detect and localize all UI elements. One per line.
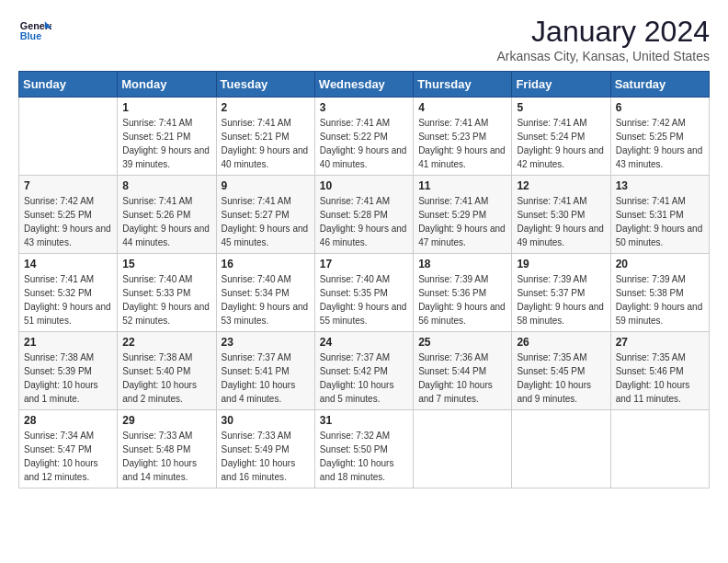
header-friday: Friday — [512, 72, 610, 98]
calendar-week-row: 21Sunrise: 7:38 AMSunset: 5:39 PMDayligh… — [19, 332, 710, 410]
day-info: Sunrise: 7:39 AMSunset: 5:36 PMDaylight:… — [418, 272, 506, 327]
day-number: 8 — [122, 179, 210, 192]
calendar-cell: 2Sunrise: 7:41 AMSunset: 5:21 PMDaylight… — [216, 98, 314, 176]
location: Arkansas City, Kansas, United States — [496, 49, 710, 63]
day-info: Sunrise: 7:39 AMSunset: 5:38 PMDaylight:… — [616, 272, 704, 327]
day-number: 7 — [24, 179, 112, 192]
day-number: 6 — [616, 101, 704, 114]
calendar-cell: 7Sunrise: 7:42 AMSunset: 5:25 PMDaylight… — [19, 176, 118, 254]
calendar-cell: 16Sunrise: 7:40 AMSunset: 5:34 PMDayligh… — [216, 254, 314, 332]
day-number: 30 — [222, 414, 310, 427]
header-sunday: Sunday — [19, 72, 118, 98]
day-info: Sunrise: 7:39 AMSunset: 5:37 PMDaylight:… — [517, 272, 605, 327]
day-info: Sunrise: 7:37 AMSunset: 5:42 PMDaylight:… — [320, 350, 408, 406]
calendar-cell — [512, 410, 610, 488]
day-info: Sunrise: 7:41 AMSunset: 5:22 PMDaylight:… — [320, 116, 408, 171]
page-header: General Blue January 2024 Arkansas City,… — [18, 15, 710, 63]
calendar-cell: 3Sunrise: 7:41 AMSunset: 5:22 PMDaylight… — [314, 98, 413, 176]
calendar-cell: 12Sunrise: 7:41 AMSunset: 5:30 PMDayligh… — [512, 176, 610, 254]
day-info: Sunrise: 7:41 AMSunset: 5:28 PMDaylight:… — [320, 194, 408, 249]
day-number: 1 — [122, 101, 210, 114]
day-number: 3 — [320, 101, 408, 114]
day-number: 24 — [320, 336, 408, 349]
month-title: January 2024 — [496, 15, 710, 49]
day-info: Sunrise: 7:41 AMSunset: 5:23 PMDaylight:… — [418, 116, 506, 171]
day-info: Sunrise: 7:40 AMSunset: 5:33 PMDaylight:… — [122, 272, 210, 327]
calendar-cell: 14Sunrise: 7:41 AMSunset: 5:32 PMDayligh… — [19, 254, 118, 332]
day-info: Sunrise: 7:41 AMSunset: 5:32 PMDaylight:… — [24, 272, 112, 327]
calendar-header-row: SundayMondayTuesdayWednesdayThursdayFrid… — [19, 72, 710, 98]
calendar-cell: 31Sunrise: 7:32 AMSunset: 5:50 PMDayligh… — [314, 410, 413, 488]
day-info: Sunrise: 7:35 AMSunset: 5:46 PMDaylight:… — [616, 350, 704, 406]
header-thursday: Thursday — [414, 72, 512, 98]
day-number: 10 — [320, 179, 408, 192]
calendar-cell: 11Sunrise: 7:41 AMSunset: 5:29 PMDayligh… — [414, 176, 512, 254]
day-number: 17 — [320, 258, 408, 270]
calendar-week-row: 14Sunrise: 7:41 AMSunset: 5:32 PMDayligh… — [19, 254, 710, 332]
calendar-cell: 23Sunrise: 7:37 AMSunset: 5:41 PMDayligh… — [216, 332, 314, 410]
calendar-cell — [414, 410, 512, 488]
day-number: 22 — [122, 336, 210, 349]
calendar-cell: 15Sunrise: 7:40 AMSunset: 5:33 PMDayligh… — [118, 254, 216, 332]
day-info: Sunrise: 7:42 AMSunset: 5:25 PMDaylight:… — [616, 116, 704, 171]
calendar-cell: 5Sunrise: 7:41 AMSunset: 5:24 PMDaylight… — [512, 98, 610, 176]
calendar-week-row: 28Sunrise: 7:34 AMSunset: 5:47 PMDayligh… — [19, 410, 710, 488]
header-wednesday: Wednesday — [314, 72, 413, 98]
day-number: 11 — [418, 179, 506, 192]
svg-text:Blue: Blue — [20, 30, 41, 41]
day-number: 18 — [418, 258, 506, 270]
day-info: Sunrise: 7:36 AMSunset: 5:44 PMDaylight:… — [418, 350, 506, 406]
day-info: Sunrise: 7:35 AMSunset: 5:45 PMDaylight:… — [517, 350, 605, 406]
header-monday: Monday — [118, 72, 216, 98]
day-number: 4 — [418, 101, 506, 114]
logo-icon: General Blue — [18, 15, 51, 48]
calendar-week-row: 7Sunrise: 7:42 AMSunset: 5:25 PMDaylight… — [19, 176, 710, 254]
calendar-cell: 28Sunrise: 7:34 AMSunset: 5:47 PMDayligh… — [19, 410, 118, 488]
day-number: 28 — [24, 414, 112, 427]
calendar-cell: 9Sunrise: 7:41 AMSunset: 5:27 PMDaylight… — [216, 176, 314, 254]
day-info: Sunrise: 7:33 AMSunset: 5:49 PMDaylight:… — [222, 429, 310, 484]
calendar-cell: 1Sunrise: 7:41 AMSunset: 5:21 PMDaylight… — [118, 98, 216, 176]
day-info: Sunrise: 7:33 AMSunset: 5:48 PMDaylight:… — [122, 429, 210, 484]
calendar-cell — [19, 98, 118, 176]
calendar-cell: 29Sunrise: 7:33 AMSunset: 5:48 PMDayligh… — [118, 410, 216, 488]
calendar-cell: 21Sunrise: 7:38 AMSunset: 5:39 PMDayligh… — [19, 332, 118, 410]
day-number: 21 — [24, 336, 112, 349]
calendar-cell: 26Sunrise: 7:35 AMSunset: 5:45 PMDayligh… — [512, 332, 610, 410]
day-number: 20 — [616, 258, 704, 270]
calendar-cell: 25Sunrise: 7:36 AMSunset: 5:44 PMDayligh… — [414, 332, 512, 410]
header-tuesday: Tuesday — [216, 72, 314, 98]
day-number: 25 — [418, 336, 506, 349]
day-info: Sunrise: 7:37 AMSunset: 5:41 PMDaylight:… — [222, 350, 310, 406]
day-number: 13 — [616, 179, 704, 192]
day-info: Sunrise: 7:40 AMSunset: 5:34 PMDaylight:… — [222, 272, 310, 327]
day-number: 23 — [222, 336, 310, 349]
calendar-week-row: 1Sunrise: 7:41 AMSunset: 5:21 PMDaylight… — [19, 98, 710, 176]
day-number: 12 — [517, 179, 605, 192]
header-saturday: Saturday — [610, 72, 709, 98]
day-info: Sunrise: 7:41 AMSunset: 5:27 PMDaylight:… — [222, 194, 310, 249]
calendar-cell: 8Sunrise: 7:41 AMSunset: 5:26 PMDaylight… — [118, 176, 216, 254]
calendar-cell: 19Sunrise: 7:39 AMSunset: 5:37 PMDayligh… — [512, 254, 610, 332]
logo: General Blue — [18, 15, 51, 48]
day-number: 5 — [517, 101, 605, 114]
day-info: Sunrise: 7:42 AMSunset: 5:25 PMDaylight:… — [24, 194, 112, 249]
day-info: Sunrise: 7:41 AMSunset: 5:29 PMDaylight:… — [418, 194, 506, 249]
day-info: Sunrise: 7:41 AMSunset: 5:26 PMDaylight:… — [122, 194, 210, 249]
day-number: 26 — [517, 336, 605, 349]
calendar-cell: 20Sunrise: 7:39 AMSunset: 5:38 PMDayligh… — [610, 254, 709, 332]
calendar-cell: 4Sunrise: 7:41 AMSunset: 5:23 PMDaylight… — [414, 98, 512, 176]
day-info: Sunrise: 7:32 AMSunset: 5:50 PMDaylight:… — [320, 429, 408, 484]
day-number: 29 — [122, 414, 210, 427]
day-info: Sunrise: 7:41 AMSunset: 5:21 PMDaylight:… — [122, 116, 210, 171]
day-number: 19 — [517, 258, 605, 270]
calendar-cell: 18Sunrise: 7:39 AMSunset: 5:36 PMDayligh… — [414, 254, 512, 332]
calendar-cell: 10Sunrise: 7:41 AMSunset: 5:28 PMDayligh… — [314, 176, 413, 254]
day-number: 15 — [122, 258, 210, 270]
day-number: 2 — [222, 101, 310, 114]
day-info: Sunrise: 7:41 AMSunset: 5:24 PMDaylight:… — [517, 116, 605, 171]
calendar-cell: 13Sunrise: 7:41 AMSunset: 5:31 PMDayligh… — [610, 176, 709, 254]
calendar-cell: 30Sunrise: 7:33 AMSunset: 5:49 PMDayligh… — [216, 410, 314, 488]
day-info: Sunrise: 7:38 AMSunset: 5:40 PMDaylight:… — [122, 350, 210, 406]
calendar-cell: 27Sunrise: 7:35 AMSunset: 5:46 PMDayligh… — [610, 332, 709, 410]
